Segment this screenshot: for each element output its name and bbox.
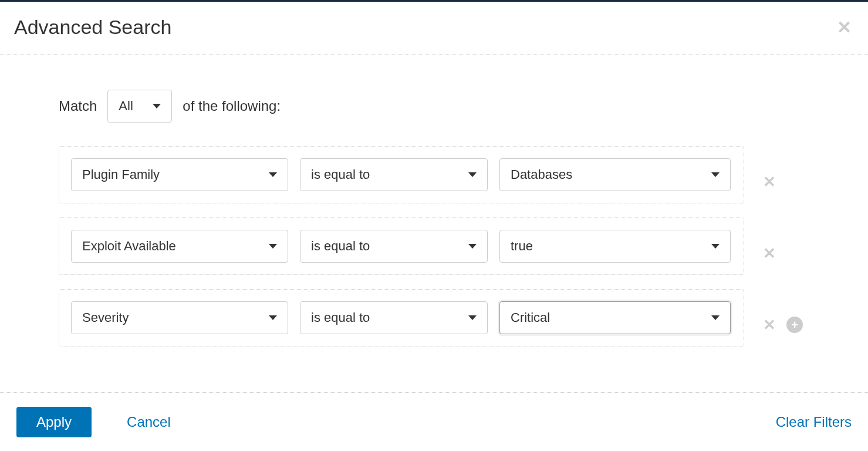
add-filter-icon[interactable]: +: [786, 317, 803, 333]
modal-footer: Apply Cancel Clear Filters: [0, 392, 868, 452]
filter-field-value: Severity: [82, 310, 129, 325]
filter-operator-select[interactable]: is equal to: [300, 230, 488, 263]
filter-value-select[interactable]: true: [499, 230, 731, 263]
filter-row-actions: ✕: [763, 246, 776, 261]
filter-operator-select[interactable]: is equal to: [300, 301, 488, 334]
footer-left: Apply Cancel: [16, 407, 171, 437]
filter-row: Severity is equal to Critical: [59, 289, 744, 346]
chevron-down-icon: [711, 315, 720, 320]
match-condition-row: Match All of the following:: [59, 90, 821, 123]
filter-field-select[interactable]: Plugin Family: [71, 158, 288, 191]
filter-value-value: true: [511, 239, 533, 254]
filter-row-actions: ✕: [763, 174, 776, 189]
filter-row-actions: ✕ +: [763, 317, 803, 333]
chevron-down-icon: [153, 104, 161, 108]
filter-value-value: Critical: [511, 310, 550, 325]
filter-value-select[interactable]: Critical: [499, 301, 731, 334]
filter-row-wrap: Exploit Available is equal to true ✕: [59, 217, 821, 289]
chevron-down-icon: [269, 315, 277, 320]
filter-row: Plugin Family is equal to Databases: [59, 146, 744, 203]
filter-value-value: Databases: [511, 167, 572, 182]
filter-row-wrap: Plugin Family is equal to Databases ✕: [59, 146, 821, 217]
close-icon[interactable]: ✕: [837, 19, 852, 36]
filter-row: Exploit Available is equal to true: [59, 217, 744, 275]
filter-operator-value: is equal to: [311, 239, 370, 254]
chevron-down-icon: [269, 244, 277, 249]
filter-field-value: Exploit Available: [82, 239, 176, 254]
cancel-button[interactable]: Cancel: [127, 414, 171, 430]
modal-body: Match All of the following: Plugin Famil…: [0, 55, 868, 392]
chevron-down-icon: [711, 172, 720, 177]
chevron-down-icon: [711, 244, 720, 249]
chevron-down-icon: [468, 315, 477, 320]
match-mode-value: All: [119, 98, 133, 114]
filter-operator-value: is equal to: [311, 167, 370, 182]
modal-header: Advanced Search ✕: [0, 2, 868, 55]
chevron-down-icon: [468, 244, 477, 249]
filter-row-wrap: Severity is equal to Critical ✕ +: [59, 289, 821, 361]
advanced-search-modal: Advanced Search ✕ Match All of the follo…: [0, 2, 868, 452]
remove-filter-icon[interactable]: ✕: [763, 246, 776, 261]
match-suffix-label: of the following:: [183, 98, 281, 114]
remove-filter-icon[interactable]: ✕: [763, 174, 776, 189]
filter-operator-select[interactable]: is equal to: [300, 158, 488, 191]
filter-field-select[interactable]: Severity: [71, 301, 288, 334]
modal-title: Advanced Search: [14, 16, 171, 39]
match-prefix-label: Match: [59, 98, 97, 114]
filter-operator-value: is equal to: [311, 310, 370, 325]
filter-field-value: Plugin Family: [82, 167, 160, 182]
apply-button[interactable]: Apply: [16, 407, 92, 437]
match-mode-select[interactable]: All: [107, 90, 172, 123]
filter-value-select[interactable]: Databases: [499, 158, 731, 191]
remove-filter-icon[interactable]: ✕: [763, 317, 776, 332]
clear-filters-button[interactable]: Clear Filters: [776, 414, 852, 430]
filter-field-select[interactable]: Exploit Available: [71, 230, 288, 263]
chevron-down-icon: [269, 172, 277, 177]
chevron-down-icon: [468, 172, 477, 177]
